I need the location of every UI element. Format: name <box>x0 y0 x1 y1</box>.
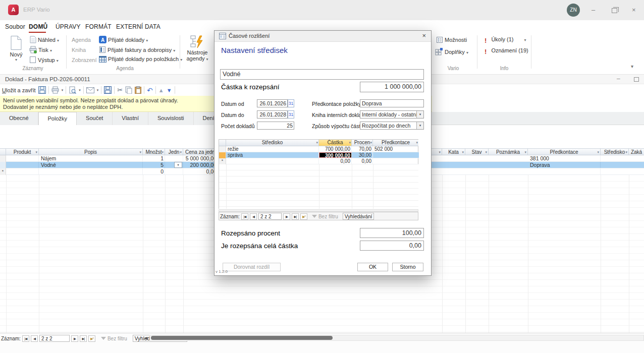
cell-predkontace[interactable] <box>373 152 418 158</box>
calendar-button[interactable]: 31 <box>288 99 294 107</box>
minimize-icon[interactable]: – <box>592 6 595 14</box>
menu-domu[interactable]: DOMŮ <box>29 23 47 30</box>
ok-button[interactable]: OK <box>357 263 388 271</box>
paste-icon[interactable] <box>135 86 141 94</box>
save-and-close-button[interactable]: Uložit a zavřít <box>2 87 36 93</box>
row-selector[interactable] <box>0 162 6 168</box>
agenda-tools-button[interactable]: Nástroje agendy ▾ <box>183 35 212 62</box>
tab-vlastni[interactable]: Vlastní <box>113 112 148 125</box>
col-predkontace[interactable]: Předkontace▾ <box>373 140 418 146</box>
col-castka[interactable]: Částka▾ <box>319 140 352 146</box>
next-record-button[interactable]: ▶ <box>71 335 78 342</box>
record-position-input[interactable]: 2 z 2 <box>258 213 282 220</box>
col-cena[interactable]: Cena za jednot <box>183 149 218 155</box>
calc-method-select[interactable]: Rozpočítat po dnech ▾ <box>360 122 424 130</box>
cell-predkontace[interactable]: 381 000 <box>528 155 601 161</box>
horizontal-scrollbar[interactable] <box>149 335 644 341</box>
record-position-input[interactable]: 2 z 2 <box>39 335 70 342</box>
filter-status[interactable]: Bez filtru <box>312 214 338 219</box>
new-row-selector[interactable]: * <box>219 158 226 164</box>
row-selector[interactable] <box>219 146 226 152</box>
calendar-button[interactable]: 31 <box>288 110 294 119</box>
addins-button[interactable]: Doplňky ▾ <box>435 47 468 56</box>
balance-difference-button[interactable]: Dorovnat rozdíl <box>223 263 281 271</box>
tab-obecne[interactable]: Obecné <box>0 112 38 125</box>
print-icon[interactable] <box>51 86 59 94</box>
preview-dropdown-icon[interactable]: ▾ <box>79 88 81 92</box>
menu-soubor[interactable]: Soubor <box>5 23 25 30</box>
book-select[interactable]: Interní doklady - ostatní ▾ <box>360 110 424 119</box>
cell-procento[interactable]: 0,00 <box>352 158 373 164</box>
cell-popis[interactable]: Vodné <box>39 162 143 168</box>
last-record-button[interactable]: ▶| <box>80 335 87 342</box>
cell-procento[interactable]: 70,00 <box>352 146 373 152</box>
date-from-input[interactable]: 26.01.2026 <box>257 99 288 107</box>
predkontace-input[interactable]: Doprava <box>360 99 424 107</box>
doc-minimize-icon[interactable]: – <box>617 75 620 82</box>
item-name-input[interactable]: Vodné <box>220 69 424 80</box>
next-record-button[interactable]: ▶ <box>283 213 290 220</box>
menu-upravy[interactable]: ÚPRAVY <box>56 23 81 30</box>
cell-cena[interactable]: 200 000,00 <box>183 162 218 168</box>
cell-cena[interactable]: 5 000 000,00 <box>183 155 218 161</box>
date-to-input[interactable]: 26.01.2028 <box>257 110 288 119</box>
new-record-button[interactable]: ▶* <box>88 335 95 342</box>
save-record-icon[interactable] <box>38 86 46 94</box>
col-predkontace[interactable]: Předkontace▾ <box>528 149 601 155</box>
preview-button[interactable]: Náhled ▾ <box>29 36 59 45</box>
col-jednotka[interactable]: Jedn▾ <box>165 149 183 155</box>
doc-count-input[interactable]: 25 <box>257 122 294 130</box>
user-avatar[interactable]: ZN <box>567 4 580 17</box>
dialog-titlebar[interactable]: Časové rozlišení × <box>214 31 431 42</box>
col-stredisko[interactable]: Středisko▾ <box>601 149 629 155</box>
total-value-input[interactable]: 0,00 <box>360 241 424 251</box>
col-stav[interactable]: Stav▾ <box>465 149 489 155</box>
cancel-button[interactable]: Storno <box>392 263 423 271</box>
received-invoices-button[interactable]: Přijaté faktury a dobropisy ▾ <box>99 46 175 55</box>
last-record-button[interactable]: ▶| <box>292 213 299 220</box>
move-down-icon[interactable]: ▼ <box>167 87 172 93</box>
cell-mnozstvi[interactable]: 1 <box>143 155 165 161</box>
new-button[interactable]: Nový ▾ <box>5 35 27 62</box>
unit-dropdown[interactable]: ▾ <box>174 162 182 168</box>
cell-popis[interactable]: Nájem <box>39 155 143 161</box>
print-preview-icon[interactable] <box>69 86 76 94</box>
scroll-left-icon[interactable]: ◀ <box>144 336 147 340</box>
cell-castka[interactable]: 0,00 <box>319 158 352 164</box>
cell-cena[interactable]: 0,00 <box>183 168 218 174</box>
cell-castka-selected[interactable]: 300 000,00 <box>319 152 352 158</box>
col-popis[interactable]: Popis▾ <box>39 149 143 155</box>
table-row-selected[interactable]: správa 300 000,00 30,00 <box>219 152 419 158</box>
prev-record-button[interactable]: ◀ <box>250 213 257 220</box>
notifications-button[interactable]: ! Oznámení (19) <box>485 47 528 56</box>
col-poznamka[interactable]: Poznámka▾ <box>489 149 528 155</box>
new-row-selector[interactable]: * <box>0 168 6 175</box>
row-selector[interactable] <box>0 155 6 162</box>
send-mail-icon[interactable] <box>86 87 94 93</box>
col-zakazka[interactable]: Zaká <box>629 149 644 155</box>
cell-mnozstvi[interactable]: 0 <box>143 168 165 174</box>
send-dropdown-icon[interactable]: ▾ <box>97 88 99 92</box>
cell-castka[interactable]: 700 000,00 <box>319 146 352 152</box>
first-record-button[interactable]: |◀ <box>241 213 248 220</box>
table-row[interactable]: režie 700 000,00 70,00 502 000 <box>219 146 419 152</box>
cell-stredisko[interactable]: správa <box>226 152 319 158</box>
cell-predkontace[interactable]: 502 000 <box>373 146 418 152</box>
cell-stredisko[interactable]: režie <box>226 146 319 152</box>
dialog-close-icon[interactable]: × <box>422 32 426 39</box>
col-stredisko[interactable]: Středisko▾ <box>226 140 319 146</box>
prev-record-button[interactable]: ◀ <box>31 335 38 342</box>
cut-icon[interactable]: ✂ <box>117 86 123 94</box>
col-procento[interactable]: Procen▾ <box>352 140 373 146</box>
move-up-icon[interactable]: ▲ <box>158 87 164 93</box>
undo-icon[interactable]: ↶ <box>147 87 153 93</box>
collapse-ribbon-icon[interactable]: ▾ <box>631 64 633 69</box>
search-input[interactable]: Vyhledávání <box>343 213 374 220</box>
table-row-new[interactable]: * 0,00 0,00 <box>219 158 419 164</box>
print-button[interactable]: Tisk ▾ <box>29 46 52 55</box>
received-items-button[interactable]: Přijaté doklady po položkách ▾ <box>99 56 182 65</box>
close-icon[interactable]: × <box>632 6 636 14</box>
col-katalog[interactable]: Kata▾ <box>442 149 465 155</box>
amount-value-input[interactable]: 1 000 000,00 <box>360 82 424 92</box>
copy-icon[interactable] <box>125 86 132 94</box>
